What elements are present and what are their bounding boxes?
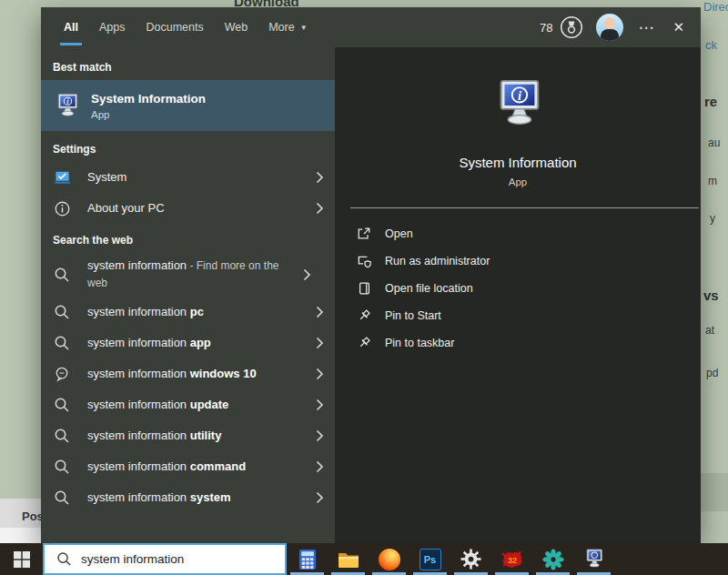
suggestion-text: system information xyxy=(87,429,190,442)
system-information-app-icon-large: i xyxy=(490,76,546,133)
start-button[interactable] xyxy=(0,543,43,575)
windows-logo-icon xyxy=(14,551,30,568)
taskbar-icon-system-information[interactable] xyxy=(573,543,614,575)
rewards-button[interactable]: 78 xyxy=(540,15,583,39)
file-location-icon xyxy=(356,281,372,296)
irfanview-label: 32 xyxy=(507,555,516,564)
tab-web[interactable]: Web xyxy=(223,7,249,47)
chevron-right-icon[interactable] xyxy=(315,368,324,380)
search-icon xyxy=(53,428,71,444)
taskbar: Ps 32 xyxy=(0,543,728,575)
action-label: Run as administrator xyxy=(385,255,490,267)
search-input[interactable] xyxy=(81,552,272,566)
suggestion-bold: windows 10 xyxy=(190,367,257,380)
taskbar-icon-photoshop[interactable]: Ps xyxy=(410,543,450,575)
suggestion-bold: system xyxy=(190,490,231,504)
chevron-right-icon[interactable] xyxy=(315,306,324,318)
search-icon xyxy=(53,267,71,283)
chevron-right-icon[interactable] xyxy=(315,202,324,215)
web-suggestion[interactable]: system information pc xyxy=(41,297,335,328)
pin-icon xyxy=(356,308,372,323)
taskbar-search-box[interactable] xyxy=(43,543,287,575)
open-icon xyxy=(356,227,372,241)
suggestion-bold: update xyxy=(190,398,229,411)
taskbar-icon-firefox[interactable] xyxy=(369,543,410,575)
search-icon xyxy=(56,551,72,567)
chevron-right-icon[interactable] xyxy=(315,460,324,473)
action-pin-to-start[interactable]: Pin to Start xyxy=(356,302,701,329)
taskbar-icon-calculator[interactable] xyxy=(287,543,328,575)
chevron-right-icon[interactable] xyxy=(302,268,311,281)
svg-text:i: i xyxy=(66,97,68,105)
chevron-right-icon[interactable] xyxy=(315,491,324,504)
chevron-right-icon[interactable] xyxy=(315,398,324,411)
web-suggestion[interactable]: system information utility xyxy=(41,420,335,451)
chevron-right-icon[interactable] xyxy=(315,171,324,184)
web-suggestion[interactable]: system information system xyxy=(41,482,335,513)
photoshop-label: Ps xyxy=(420,549,441,570)
web-suggestion[interactable]: system information windows 10 xyxy=(41,358,335,389)
system-settings-icon xyxy=(53,169,71,187)
search-flyout: All Apps Documents Web More ▼ 78 ⋯ ✕ xyxy=(41,7,701,543)
suggestion-bold: app xyxy=(190,336,211,349)
action-open-file-location[interactable]: Open file location xyxy=(356,275,701,302)
tab-more[interactable]: More ▼ xyxy=(267,7,308,47)
section-best-match: Best match xyxy=(41,55,335,80)
web-suggestion[interactable]: system information app xyxy=(41,328,335,358)
web-suggestion[interactable]: system information update xyxy=(41,389,335,420)
background-text-fragment: vs xyxy=(703,288,719,303)
background-text-fragment: ck xyxy=(705,38,717,52)
tab-all[interactable]: All xyxy=(62,7,80,47)
gear-icon xyxy=(460,549,481,570)
tab-documents-label: Documents xyxy=(146,21,203,34)
tab-documents[interactable]: Documents xyxy=(144,7,205,47)
taskbar-icon-file-explorer[interactable] xyxy=(328,543,369,575)
chat-bubble-icon xyxy=(53,366,71,382)
best-match-result[interactable]: i System Information App xyxy=(41,80,335,131)
close-icon[interactable]: ✕ xyxy=(672,19,684,35)
web-suggestion[interactable]: system information command xyxy=(41,451,335,482)
more-options-icon[interactable]: ⋯ xyxy=(638,18,654,37)
background-row-band xyxy=(701,473,728,511)
taskbar-icon-pinwheel[interactable] xyxy=(532,543,573,575)
preview-subtitle: App xyxy=(335,177,701,187)
suggestion-bold: utility xyxy=(190,429,222,442)
background-text-fragment: m xyxy=(708,175,717,187)
settings-result-system[interactable]: System xyxy=(41,162,335,193)
shield-icon xyxy=(356,254,372,269)
action-run-as-administrator[interactable]: Run as administrator xyxy=(356,247,701,275)
action-label: Open file location xyxy=(385,282,473,295)
taskbar-icon-irfanview[interactable]: 32 xyxy=(491,543,532,575)
action-pin-to-taskbar[interactable]: Pin to taskbar xyxy=(356,329,701,357)
action-label: Pin to taskbar xyxy=(385,337,454,349)
suggestion-bold: command xyxy=(190,459,246,473)
info-icon xyxy=(53,200,71,217)
pin-icon xyxy=(356,336,372,350)
results-pane: Best match i Sy xyxy=(41,47,335,543)
chevron-right-icon[interactable] xyxy=(315,337,324,349)
taskbar-icon-settings[interactable] xyxy=(450,543,491,575)
tab-apps[interactable]: Apps xyxy=(97,7,127,47)
search-icon xyxy=(53,304,71,320)
background-text-fragment: Direc xyxy=(703,0,728,14)
chevron-down-icon: ▼ xyxy=(300,24,308,32)
best-match-title: System Information xyxy=(91,92,206,106)
suggestion-text: system information xyxy=(87,459,190,473)
result-label: System xyxy=(87,169,308,187)
background-text-fragment: at xyxy=(705,324,714,337)
section-search-the-web: Search the web xyxy=(41,227,335,253)
action-label: Open xyxy=(385,227,413,240)
chevron-right-icon[interactable] xyxy=(315,429,324,442)
search-icon xyxy=(53,397,71,413)
background-table-band xyxy=(0,528,41,543)
settings-result-about-your-pc[interactable]: About your PC xyxy=(41,193,335,224)
web-suggestion[interactable]: system information - Find more on the we… xyxy=(41,253,335,297)
rewards-points: 78 xyxy=(540,21,552,35)
best-match-subtitle: App xyxy=(91,109,206,120)
suggestion-text: system information xyxy=(87,490,190,504)
user-avatar[interactable] xyxy=(596,14,623,41)
background-text-fragment: y xyxy=(710,212,715,225)
background-text-fragment: au xyxy=(708,136,720,149)
action-open[interactable]: Open xyxy=(356,220,701,247)
background-text-fragment: re xyxy=(704,94,717,109)
